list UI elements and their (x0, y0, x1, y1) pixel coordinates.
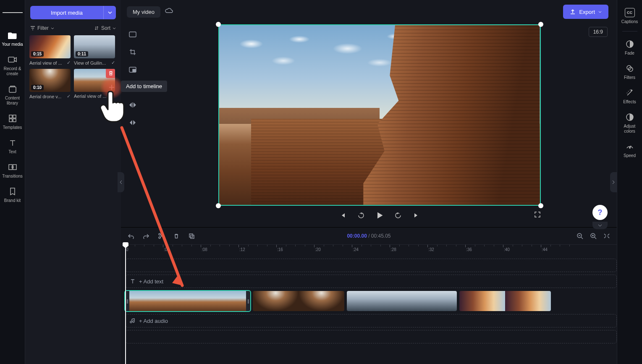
zoom-fit-button[interactable] (603, 232, 611, 240)
sort-button[interactable]: Sort (94, 25, 116, 31)
svg-rect-10 (133, 69, 136, 72)
sidebar-label: Content library (1, 96, 24, 106)
video-track[interactable]: ‖ ‖ (125, 291, 617, 312)
transitions-icon (8, 162, 18, 172)
check-icon: ✓ (67, 60, 71, 65)
folder-icon (8, 30, 18, 40)
clip-trim-handle[interactable]: ‖ (246, 291, 250, 311)
resize-handle[interactable] (216, 203, 221, 208)
timeline-clip[interactable] (253, 291, 344, 311)
time-display: 00:00.00 / 00:45.05 (347, 233, 390, 239)
sidebar-item-brand-kit[interactable]: Brand kit (0, 183, 25, 207)
sidebar-item-your-media[interactable]: Your media (0, 27, 25, 51)
media-thumbnail: 0:11 (74, 35, 115, 58)
media-panel: Import media Filter Sort 0:15 (25, 0, 121, 364)
media-label: Aerial drone v... (29, 94, 65, 99)
forward-button[interactable] (393, 211, 403, 220)
sidebar-item-transitions[interactable]: Transitions (0, 159, 25, 183)
crop-tool[interactable] (127, 46, 139, 58)
empty-track[interactable] (125, 330, 617, 343)
cloud-sync-icon[interactable] (165, 8, 173, 16)
right-rail-label: Captions (621, 19, 638, 24)
sidebar-item-record-create[interactable]: Record & create (0, 51, 25, 81)
fit-tool[interactable] (127, 29, 139, 40)
check-icon: ✓ (67, 94, 71, 99)
templates-icon (8, 113, 18, 123)
brand-kit-icon (8, 186, 18, 196)
media-label: Aerial view of ... (29, 60, 65, 65)
right-item-speed[interactable]: Speed (617, 138, 642, 162)
trash-icon (108, 70, 114, 76)
media-item[interactable]: 0:10 Aerial drone v... ✓ (29, 69, 71, 99)
right-item-effects[interactable]: Effects (617, 84, 642, 109)
audio-track[interactable]: + Add audio (125, 314, 617, 327)
right-rail-label: Filters (624, 75, 635, 80)
annotation-pointer-icon (99, 89, 128, 127)
sidebar-item-content-library[interactable]: Content library (0, 81, 25, 110)
camera-icon (8, 55, 18, 65)
resize-handle[interactable] (538, 203, 543, 208)
sort-icon (94, 26, 99, 31)
sidebar-item-templates[interactable]: Templates (0, 110, 25, 134)
right-rail: CC Captions Fade Filters Effects Adjust … (617, 0, 642, 364)
sidebar-label: Templates (3, 125, 22, 130)
export-label: Export (579, 9, 595, 15)
media-item[interactable]: 0:15 Aerial view of ... ✓ (29, 35, 71, 65)
right-item-fade[interactable]: Fade (617, 36, 642, 60)
library-icon (8, 84, 18, 94)
duration-badge: 0:10 (31, 85, 44, 90)
time-total: 00:45.05 (371, 233, 391, 239)
fullscreen-button[interactable] (534, 211, 541, 220)
pip-tool[interactable] (127, 64, 139, 76)
resize-handle[interactable] (538, 22, 543, 27)
check-icon: ✓ (111, 60, 115, 65)
playback-bar (218, 211, 541, 220)
right-item-captions[interactable]: CC Captions (617, 4, 642, 29)
zoom-out-button[interactable] (576, 232, 584, 240)
top-bar: My video Export (121, 0, 617, 24)
music-icon (130, 318, 136, 324)
export-button[interactable]: Export (563, 5, 608, 19)
media-item[interactable]: 0:11 View of Guilin... ✓ (74, 35, 115, 65)
skip-start-button[interactable] (338, 211, 347, 220)
chevron-right-icon (612, 180, 615, 184)
project-title-input[interactable]: My video (127, 6, 160, 18)
chevron-down-icon (598, 224, 602, 227)
sidebar-label: Transitions (2, 174, 23, 179)
timeline-ruler[interactable]: 0:04:08:12:16:20:24:28:32:36:40:44 (121, 244, 617, 256)
chevron-down-icon (51, 27, 54, 29)
timeline-clip[interactable] (347, 291, 457, 311)
collapse-right-panel-button[interactable] (610, 172, 617, 192)
preview-canvas[interactable] (218, 24, 541, 206)
right-rail-label: Speed (624, 153, 636, 158)
annotation-arrow (119, 126, 191, 294)
divider (622, 31, 637, 31)
sidebar-label: Text (8, 149, 16, 155)
right-item-adjust-colors[interactable]: Adjust colors (617, 109, 642, 138)
empty-track[interactable] (125, 259, 617, 272)
text-track[interactable]: + Add text (125, 275, 617, 288)
skip-end-button[interactable] (412, 211, 421, 220)
import-media-button[interactable]: Import media (30, 6, 103, 19)
resize-handle[interactable] (216, 22, 221, 27)
media-thumbnail: 0:10 (29, 69, 71, 92)
sidebar-item-text[interactable]: Text (0, 134, 25, 159)
right-rail-label: Effects (623, 100, 636, 105)
add-audio-label: + Add audio (139, 318, 168, 324)
right-item-filters[interactable]: Filters (617, 60, 642, 84)
svg-rect-5 (13, 119, 16, 122)
timeline-clip[interactable] (459, 291, 551, 311)
filter-icon (30, 26, 35, 31)
filter-button[interactable]: Filter (30, 25, 54, 31)
help-expand-button[interactable] (592, 222, 608, 229)
menu-button[interactable] (3, 3, 23, 23)
svg-rect-4 (9, 119, 12, 122)
timeline-clip[interactable]: ‖ ‖ (125, 291, 250, 311)
rewind-button[interactable] (356, 211, 366, 220)
zoom-in-button[interactable] (589, 232, 597, 240)
timeline: 00:00.00 / 00:45.05 0:04:08:12:16:20:24:… (121, 227, 617, 364)
import-media-dropdown[interactable] (103, 6, 116, 19)
play-button[interactable] (375, 211, 384, 220)
flip-h-tool[interactable] (127, 99, 139, 111)
help-button[interactable]: ? (592, 205, 608, 220)
